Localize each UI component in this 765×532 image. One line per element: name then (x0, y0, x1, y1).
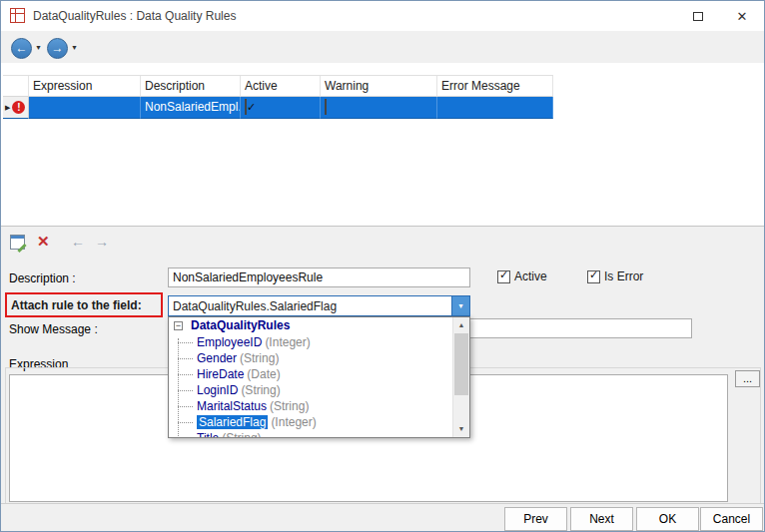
tree-root-label: DataQualityRules (191, 318, 290, 332)
attach-field-combobox[interactable]: DataQualityRules.SalariedFlag ▼ (168, 295, 470, 316)
cell-error-message[interactable] (437, 97, 553, 119)
field-type: (String) (241, 383, 280, 397)
field-type: (String) (222, 431, 261, 437)
footer-bar: Prev Next OK Cancel (1, 503, 764, 531)
row-error-icon: ! (12, 101, 25, 114)
attach-rule-label-highlight: Attach rule to the field: (5, 292, 163, 317)
active-form-checkbox[interactable]: ✓ Active (497, 269, 547, 283)
checkbox-box: ✓ (497, 270, 510, 283)
is-error-form-checkbox[interactable]: ✓ Is Error (587, 269, 643, 283)
field-type: (String) (270, 399, 309, 413)
forward-dropdown-caret-icon[interactable]: ▼ (71, 44, 78, 51)
field-type: (Integer) (271, 415, 316, 429)
close-button[interactable]: ✕ (720, 1, 764, 31)
active-checkbox-label: Active (514, 269, 547, 283)
ok-button[interactable]: OK (636, 507, 699, 531)
description-input[interactable] (168, 267, 470, 287)
back-button[interactable]: ← (11, 38, 32, 59)
field-name: MaritalStatus (197, 399, 267, 413)
active-checkbox[interactable]: ✓ (245, 99, 247, 115)
dropdown-scrollbar[interactable]: ▲ ▼ (452, 317, 469, 437)
is-error-checkbox-label: Is Error (604, 269, 643, 283)
field-name: Title (197, 431, 219, 437)
window-title: DataQualityRules : Data Quality Rules (33, 1, 236, 31)
forward-button[interactable]: → (47, 38, 68, 59)
cell-expression[interactable] (29, 97, 141, 119)
titlebar[interactable]: DataQualityRules : Data Quality Rules ✕ (1, 1, 764, 31)
grid-header-row: Expression Description Active Warning Er… (3, 76, 553, 97)
scrollbar-thumb[interactable] (454, 333, 468, 395)
expression-editor-button[interactable]: ... (735, 370, 760, 387)
caret-down-icon: ▼ (457, 302, 464, 309)
delete-rule-icon[interactable]: ✕ (37, 233, 50, 251)
list-item[interactable]: MaritalStatus(String) (169, 398, 452, 414)
header-description[interactable]: Description (141, 76, 241, 97)
back-dropdown-caret-icon[interactable]: ▼ (35, 44, 42, 51)
header-warning[interactable]: Warning (321, 76, 437, 97)
field-name: EmployeeID (197, 335, 262, 349)
rules-grid: Expression Description Active Warning Er… (3, 75, 553, 119)
previous-record-icon[interactable]: ← (71, 234, 85, 250)
check-icon: ✓ (589, 268, 598, 281)
dialog-window: DataQualityRules : Data Quality Rules ✕ … (0, 0, 765, 532)
field-name: HireDate (197, 367, 244, 381)
new-rule-icon[interactable] (10, 235, 25, 250)
cancel-button[interactable]: Cancel (700, 507, 763, 531)
list-item[interactable]: HireDate(Date) (169, 366, 452, 382)
attach-rule-label: Attach rule to the field: (11, 298, 142, 312)
list-item-selected[interactable]: SalariedFlag(Integer) (169, 414, 452, 430)
cell-warning[interactable] (321, 97, 437, 119)
cell-active[interactable]: ✓ (241, 97, 321, 119)
field-name: SalariedFlag (197, 415, 268, 429)
scroll-down-icon[interactable]: ▼ (453, 421, 469, 437)
list-item[interactable]: EmployeeID(Integer) (169, 334, 452, 350)
header-active[interactable]: Active (241, 76, 321, 97)
list-item[interactable]: Gender(String) (169, 350, 452, 366)
nav-toolbar: ← ▼ → ▼ Editing: DataQualityRules ▼ (1, 31, 764, 63)
field-type: (Integer) (265, 335, 310, 349)
field-name: LoginID (197, 383, 238, 397)
show-message-label: Show Message : (9, 322, 98, 336)
description-label: Description : (9, 271, 76, 285)
field-name: Gender (197, 351, 237, 365)
attach-dropdown-button[interactable]: ▼ (451, 296, 469, 315)
attach-field-value: DataQualityRules.SalariedFlag (173, 299, 337, 313)
field-tree: − DataQualityRules EmployeeID(Integer) G… (169, 317, 452, 437)
scroll-up-icon[interactable]: ▲ (453, 317, 469, 333)
close-icon: ✕ (737, 9, 748, 24)
rule-editor-panel: ✕ ← → Description : ✓ Active ✓ Is Error … (1, 226, 764, 531)
maximize-icon (693, 12, 703, 21)
field-dropdown-popup: − DataQualityRules EmployeeID(Integer) G… (168, 316, 470, 438)
next-record-icon[interactable]: → (95, 234, 109, 250)
collapse-icon[interactable]: − (174, 321, 183, 330)
next-button[interactable]: Next (570, 507, 633, 531)
check-icon: ✓ (499, 268, 508, 281)
app-icon (10, 8, 25, 23)
checkbox-box: ✓ (587, 270, 600, 283)
check-icon: ✓ (247, 97, 256, 118)
warning-checkbox[interactable] (325, 99, 327, 115)
list-item[interactable]: Title(String) (169, 430, 452, 437)
current-row-arrow-icon: ▶ (5, 97, 10, 118)
maximize-button[interactable] (676, 1, 720, 31)
forward-arrow-icon: → (52, 41, 64, 55)
cell-description[interactable]: NonSalariedEmpl... (141, 97, 241, 119)
header-error-message[interactable]: Error Message (437, 76, 553, 97)
tree-root-node[interactable]: − DataQualityRules (169, 317, 452, 334)
rules-grid-region: Expression Description Active Warning Er… (1, 63, 764, 226)
list-item[interactable]: LoginID(String) (169, 382, 452, 398)
field-type: (Date) (247, 367, 280, 381)
back-arrow-icon: ← (16, 41, 28, 55)
field-type: (String) (240, 351, 279, 365)
row-selector-cell[interactable]: ▶ ! (3, 97, 29, 119)
header-row-selector (3, 76, 29, 97)
table-row[interactable]: ▶ ! NonSalariedEmpl... ✓ (3, 97, 553, 119)
prev-button[interactable]: Prev (504, 507, 567, 531)
header-expression[interactable]: Expression (29, 76, 141, 97)
